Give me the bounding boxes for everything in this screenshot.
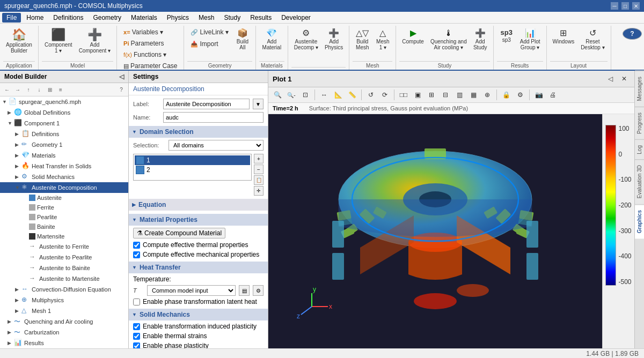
tree-item[interactable]: ▶ 🔥 Heat Transfer in Solids	[0, 161, 128, 171]
tab-progress[interactable]: Progress	[635, 107, 644, 139]
quenching-button[interactable]: 🌡 Quenching andAir cooling ▾	[428, 27, 470, 53]
menu-definitions[interactable]: Definitions	[49, 13, 87, 23]
help-tree-button[interactable]: ?	[116, 85, 126, 94]
menu-materials[interactable]: Materials	[127, 13, 162, 23]
tool1-btn[interactable]: ↔	[318, 89, 330, 101]
livelink-button[interactable]: 🔗 LiveLink ▾	[187, 27, 231, 38]
selection-dropdown[interactable]: All domains	[169, 140, 264, 151]
latent-heat-checkbox[interactable]	[133, 299, 140, 305]
tree-item[interactable]: ▼ 📄 spurgear_quench6.mph	[0, 96, 128, 107]
plasticity-checkbox[interactable]	[133, 323, 140, 330]
app-builder-button[interactable]: 🏠 ApplicationBuilder	[3, 27, 35, 56]
heat-transfer-header[interactable]: ▼ Heat Transfer	[129, 262, 268, 273]
tree-item[interactable]: → Austenite to Martensite	[0, 273, 128, 284]
phase-plasticity-checkbox[interactable]	[133, 342, 140, 349]
lock-btn[interactable]: 🔒	[500, 89, 512, 101]
add-plot-group-button[interactable]: 📊 Add PlotGroup ▾	[517, 27, 543, 53]
tree-item-austenite[interactable]: ▼ ⚛ Austenite Decomposition	[0, 182, 128, 193]
domain-item-1[interactable]: 1	[135, 155, 250, 165]
zoom-box-btn[interactable]: ⊡	[299, 89, 311, 101]
zoom-out-btn[interactable]: 🔍-	[286, 89, 297, 101]
expand-button[interactable]: ⊞	[45, 85, 55, 94]
build-all-button[interactable]: 📦 BuildAll	[233, 27, 252, 53]
move-domain-button[interactable]: ✛	[254, 186, 264, 196]
plot-close-btn[interactable]: ✕	[618, 73, 630, 85]
rotate-btn[interactable]: ↺	[365, 89, 377, 101]
tree-item[interactable]: ▶ ⚙ Solid Mechanics	[0, 171, 128, 182]
tree-item[interactable]: ▶ 〜 Carburization	[0, 327, 128, 338]
menu-study[interactable]: Study	[219, 13, 245, 23]
component-button[interactable]: ⬛ Component1 ▾	[42, 27, 75, 56]
tree-item[interactable]: ▶ 📋 Definitions	[0, 129, 128, 139]
mechanical-props-checkbox[interactable]	[133, 251, 140, 258]
nav-down-button[interactable]: ↓	[34, 85, 44, 94]
minimize-button[interactable]: ─	[611, 2, 618, 10]
tab-evaluation-3d[interactable]: Evaluation 3D	[635, 159, 644, 204]
help-button[interactable]: ?	[623, 28, 642, 40]
menu-physics[interactable]: Physics	[163, 13, 193, 23]
temp-btn1[interactable]: ▤	[239, 285, 250, 296]
tab-messages[interactable]: Messages	[635, 71, 644, 107]
tree-item[interactable]: ▶ 🌐 Global Definitions	[0, 107, 128, 118]
windows-button[interactable]: ⊞ Windows	[550, 27, 577, 47]
sp3-button[interactable]: sp3 sp3	[497, 27, 516, 45]
reset-view-btn[interactable]: ⟳	[379, 89, 391, 101]
temp-dropdown[interactable]: Common model input	[147, 285, 236, 296]
menu-results[interactable]: Results	[246, 13, 276, 23]
tree-item[interactable]: Martensite	[0, 232, 128, 241]
menu-file[interactable]: File	[2, 13, 21, 23]
parameter-case-button[interactable]: ▤ Parameter Case	[120, 61, 180, 71]
material-props-header[interactable]: ▼ Material Properties	[129, 214, 268, 226]
temp-btn2[interactable]: ⚙	[253, 285, 264, 296]
scene2-btn[interactable]: ▣	[412, 89, 423, 101]
name-input[interactable]	[163, 112, 264, 123]
plot-canvas[interactable]: x y z	[268, 114, 602, 348]
tree-item[interactable]: Bainite	[0, 222, 128, 232]
compute-button[interactable]: ▶ Compute	[399, 27, 427, 47]
model-builder-collapse[interactable]: ◁	[119, 73, 124, 80]
tree-item[interactable]: → Austenite to Ferrite	[0, 241, 128, 252]
build-mesh-button[interactable]: △▽ BuildMesh	[353, 27, 372, 53]
add-domain-button[interactable]: +	[254, 154, 264, 163]
tree-item[interactable]: ▶ 📊 Results	[0, 338, 128, 348]
thermal-strains-checkbox[interactable]	[133, 333, 140, 340]
export-btn[interactable]: 🖨	[547, 89, 559, 101]
add-physics-button[interactable]: ➕ AddPhysics	[322, 27, 346, 53]
tree-item[interactable]: → Austenite to Bainite	[0, 263, 128, 273]
label-btn[interactable]: ▼	[253, 99, 264, 109]
remove-domain-button[interactable]: −	[254, 165, 264, 174]
list-view-button[interactable]: ≡	[56, 85, 65, 94]
reset-desktop-button[interactable]: ↺ ResetDesktop ▾	[578, 27, 607, 53]
paste-domain-button[interactable]: 📋	[254, 175, 264, 185]
scene6-btn[interactable]: ▦	[467, 89, 479, 101]
tab-log[interactable]: Log	[635, 139, 644, 160]
label-input[interactable]	[163, 99, 250, 109]
tree-item[interactable]: ▶ ✏ Geometry 1	[0, 139, 128, 150]
tree-item[interactable]: ▶ △ Mesh 1	[0, 305, 128, 316]
add-component-button[interactable]: ➕ AddComponent ▾	[76, 27, 113, 56]
scene5-btn[interactable]: ▥	[453, 89, 465, 101]
tree-item[interactable]: Austenite	[0, 193, 128, 203]
nav-forward-button[interactable]: →	[13, 85, 23, 94]
scene3-btn[interactable]: ⊞	[426, 89, 437, 101]
tab-graphics[interactable]: Graphics	[635, 204, 644, 238]
add-material-button[interactable]: 💎 AddMaterial	[260, 27, 284, 53]
tree-item[interactable]: ▶ 〜 Quenching and Air cooling	[0, 316, 128, 327]
scene4-btn[interactable]: ⊟	[440, 89, 451, 101]
tree-item[interactable]: ▶ ↔ Convection-Diffusion Equation	[0, 284, 128, 295]
scene7-btn[interactable]: ⊕	[481, 89, 493, 101]
close-button[interactable]: ✕	[632, 2, 640, 10]
add-study-button[interactable]: ➕ AddStudy	[471, 27, 490, 53]
domain-selection-header[interactable]: ▼ Domain Selection	[129, 126, 268, 138]
tree-item[interactable]: Ferrite	[0, 203, 128, 212]
nav-back-button[interactable]: ←	[2, 85, 12, 94]
menu-home[interactable]: Home	[22, 13, 48, 23]
scene-btn[interactable]: □□	[398, 89, 409, 101]
mesh1-button[interactable]: △ Mesh1 ▾	[373, 27, 392, 53]
tree-item[interactable]: Pearlite	[0, 212, 128, 222]
menu-mesh[interactable]: Mesh	[194, 13, 218, 23]
create-compound-button[interactable]: ⚗ Create Compound Material	[133, 228, 225, 238]
solid-mechanics-header[interactable]: ▼ Solid Mechanics	[129, 309, 268, 320]
import-button[interactable]: 📥 Import	[187, 39, 231, 49]
settings-btn[interactable]: ⚙	[514, 89, 526, 101]
